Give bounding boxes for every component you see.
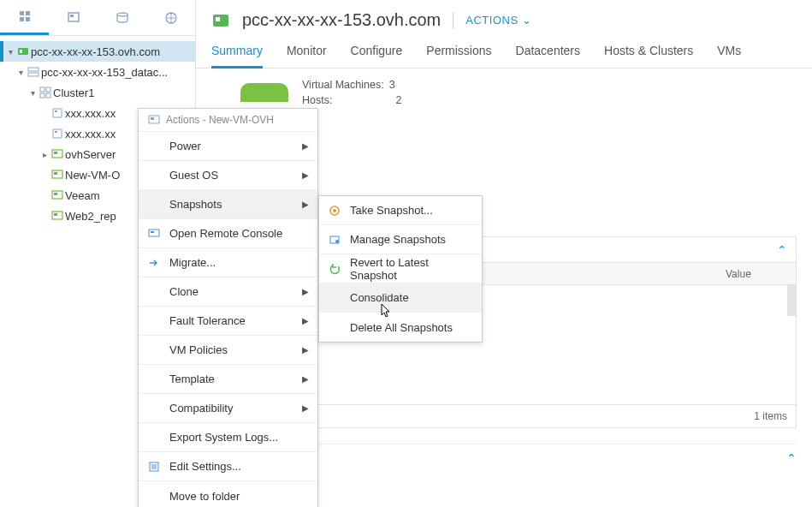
ctx-move-folder[interactable]: Move to folder (139, 481, 317, 507)
vm-icon (50, 210, 65, 222)
chevron-right-icon: ▶ (302, 141, 309, 151)
tab-configure[interactable]: Configure (351, 35, 403, 68)
svg-rect-23 (54, 172, 57, 175)
tab-hosts-clusters[interactable]: Hosts & Clusters (604, 35, 693, 68)
chevron-right-icon: ▶ (302, 287, 309, 296)
svg-rect-2 (20, 17, 24, 21)
sub-manage-snapshots[interactable]: Manage Snapshots (319, 225, 482, 254)
tree-vcenter[interactable]: ▾ pcc-xx-xx-xx-153.ovh.com (0, 41, 195, 62)
storage-icon (115, 11, 130, 25)
ctx-vm-policies[interactable]: VM Policies▶ (139, 336, 317, 365)
sidebar-tab-network[interactable] (146, 0, 195, 35)
tab-vms[interactable]: VMs (717, 35, 741, 68)
sub-revert-snapshot[interactable]: Revert to Latest Snapshot (319, 254, 482, 283)
ctx-open-console[interactable]: Open Remote Console (139, 219, 317, 248)
column-value: Value (726, 268, 751, 280)
sub-delete-all[interactable]: Delete All Snapshots (319, 313, 482, 342)
vsphere-icon (211, 11, 230, 30)
svg-rect-9 (20, 50, 22, 53)
svg-rect-8 (18, 48, 28, 55)
tree-label: pcc-xx-xx-xx-153_datac... (41, 66, 168, 79)
svg-rect-13 (46, 87, 50, 92)
svg-rect-10 (28, 68, 39, 71)
main-tabs: Summary Monitor Configure Permissions Da… (196, 35, 812, 69)
vm-icon (50, 189, 65, 201)
sub-take-snapshot[interactable]: Take Snapshot... (319, 196, 482, 225)
cluster-icon (38, 86, 53, 98)
settings-icon (147, 461, 161, 473)
network-icon (163, 11, 179, 25)
svg-rect-12 (40, 87, 44, 92)
ctx-power[interactable]: Power▶ (139, 132, 317, 161)
svg-point-38 (335, 240, 339, 243)
manage-snapshots-icon (328, 234, 341, 246)
svg-point-6 (117, 13, 127, 16)
hosts-count-value: 2 (395, 92, 401, 108)
svg-rect-21 (54, 152, 57, 154)
hosts-count-label: Hosts: (302, 92, 332, 108)
scrollbar-thumb[interactable] (787, 285, 796, 316)
vm-count-label: Virtual Machines: (302, 77, 384, 92)
take-snapshot-icon (328, 205, 341, 217)
tree-cluster[interactable]: ▾ Cluster1 (0, 82, 195, 103)
actions-dropdown[interactable]: ACTIONS ⌄ (465, 14, 531, 27)
svg-rect-27 (54, 213, 57, 216)
svg-rect-18 (53, 129, 62, 138)
ctx-snapshots[interactable]: Snapshots▶ (139, 190, 317, 219)
revert-icon (328, 263, 341, 275)
ctx-template[interactable]: Template▶ (139, 365, 317, 394)
svg-rect-33 (151, 231, 154, 233)
ctx-fault-tolerance[interactable]: Fault Tolerance▶ (139, 307, 317, 336)
collapse-icon[interactable]: ⌃ (777, 243, 787, 257)
tab-monitor[interactable]: Monitor (287, 35, 327, 68)
vcenter-icon (15, 45, 31, 57)
sidebar-tab-vms[interactable] (49, 0, 98, 35)
sub-consolidate[interactable]: Consolidate (319, 283, 482, 313)
svg-rect-5 (70, 15, 74, 17)
migrate-icon (147, 257, 161, 269)
svg-rect-16 (53, 109, 62, 117)
chevron-right-icon: ▸ (39, 150, 50, 159)
svg-rect-17 (55, 110, 57, 112)
chevron-right-icon: ▶ (302, 200, 309, 209)
svg-rect-28 (213, 15, 228, 27)
ctx-export-logs[interactable]: Export System Logs... (139, 423, 317, 452)
summary-thumbnail (240, 83, 288, 102)
tree-label: Cluster1 (53, 86, 94, 99)
svg-rect-19 (55, 131, 57, 133)
sidebar-tab-hosts[interactable] (0, 0, 49, 35)
ctx-guest-os[interactable]: Guest OS▶ (139, 161, 317, 190)
svg-rect-29 (216, 17, 220, 21)
chevron-right-icon: ▶ (302, 345, 309, 355)
ctx-compatibility[interactable]: Compatibility▶ (139, 394, 317, 423)
svg-rect-31 (151, 117, 154, 120)
item-count: 1 items (754, 410, 787, 422)
ctx-edit-settings[interactable]: Edit Settings... (139, 452, 317, 481)
tab-permissions[interactable]: Permissions (426, 35, 491, 68)
page-title: pcc-xx-xx-xx-153.ovh.com (242, 10, 441, 30)
svg-rect-11 (28, 73, 39, 76)
tree-label: pcc-xx-xx-xx-153.ovh.com (31, 45, 160, 58)
snapshots-submenu: Take Snapshot... Manage Snapshots Revert… (318, 195, 483, 343)
divider (453, 12, 453, 29)
ctx-clone[interactable]: Clone▶ (139, 277, 317, 307)
svg-rect-3 (26, 17, 30, 21)
chevron-right-icon: ▶ (302, 170, 309, 180)
chevron-right-icon: ▶ (302, 316, 309, 325)
tab-summary[interactable]: Summary (211, 35, 263, 69)
collapse-icon[interactable]: ⌃ (786, 451, 797, 465)
vm-count-value: 3 (389, 77, 395, 92)
vm-icon (50, 148, 65, 160)
tab-datacenters[interactable]: Datacenters (516, 35, 580, 68)
chevron-down-icon: ▾ (5, 47, 15, 57)
svg-rect-25 (54, 193, 57, 195)
sidebar-tabs (0, 0, 195, 36)
hosts-clusters-icon (17, 9, 33, 23)
svg-rect-1 (26, 11, 30, 15)
tree-datacenter[interactable]: ▾ pcc-xx-xx-xx-153_datac... (0, 62, 195, 82)
svg-rect-14 (40, 93, 44, 98)
tree-label: xxx.xxx.xx (65, 107, 116, 120)
vm-templates-icon (66, 11, 81, 25)
ctx-migrate[interactable]: Migrate... (139, 248, 317, 277)
sidebar-tab-storage[interactable] (98, 0, 146, 35)
